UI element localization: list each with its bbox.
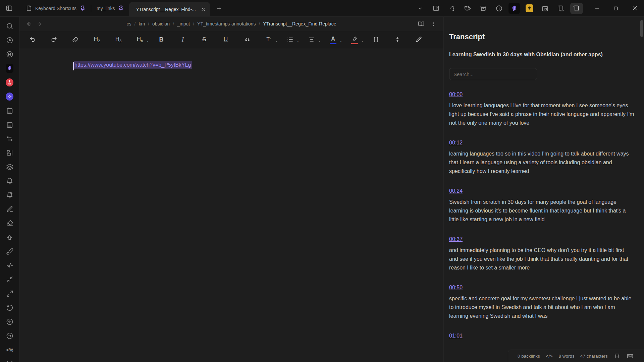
transcript-entry: 00:37 and immediately planning to be the… — [449, 236, 634, 272]
rotate-ccw-icon[interactable] — [6, 304, 13, 311]
breadcrumb-segment[interactable]: cs — [127, 21, 131, 26]
keyboard-icon[interactable] — [627, 352, 634, 360]
calendar-icon[interactable] — [6, 107, 13, 114]
transcript-search-input[interactable] — [449, 68, 537, 80]
bold-button[interactable]: B — [156, 34, 167, 45]
minimize-arrows-icon[interactable] — [6, 276, 13, 283]
m-circle-icon[interactable] — [6, 50, 13, 58]
scroll-icon[interactable] — [554, 3, 567, 14]
undo-button[interactable] — [27, 34, 38, 45]
timestamp-link[interactable]: 00:00 — [449, 91, 463, 98]
scrollbar-thumb[interactable] — [640, 20, 643, 37]
activity-icon[interactable] — [6, 261, 13, 269]
transcript-text: specific and concrete goal for my sweete… — [449, 294, 634, 320]
close-window-button[interactable] — [625, 0, 644, 17]
window-controls — [588, 0, 644, 17]
forward-button[interactable] — [34, 19, 44, 28]
maximize-button[interactable] — [606, 0, 625, 17]
pen-line-icon[interactable] — [6, 205, 13, 213]
youtube-link[interactable]: https://www.youtube.com/watch?v=b_P5yIBk… — [74, 61, 192, 69]
obsidian-gem-icon[interactable] — [508, 3, 520, 14]
timestamp-link[interactable]: 01:01 — [449, 333, 463, 339]
highlight-color-button[interactable]: ▾ — [349, 34, 360, 45]
underline-button[interactable]: U — [220, 34, 231, 45]
video-title: Learning Swedish in 30 days with Obsidia… — [449, 51, 629, 58]
align-button[interactable]: ▾ — [306, 34, 317, 45]
backlinks-count[interactable]: 0 backlinks — [518, 354, 540, 359]
heading-2-button[interactable]: H2 — [91, 34, 103, 45]
left-sidebar-toggle-icon[interactable] — [3, 3, 15, 14]
clear-formatting-button[interactable] — [70, 34, 81, 45]
editor-content[interactable]: https://www.youtube.com/watch?v=b_P5yIBk… — [19, 48, 443, 361]
fullscreen-brackets-button[interactable] — [370, 34, 382, 45]
pen-button[interactable] — [413, 34, 425, 45]
swap-arrows-icon[interactable] — [6, 135, 13, 142]
pin-icon[interactable] — [80, 5, 86, 11]
breadcrumb-current[interactable]: YTranscript__Regex_Find-Replace — [263, 21, 336, 26]
obsidian-gem-icon[interactable] — [6, 64, 13, 72]
heading-n-button[interactable]: Hn▾ — [134, 34, 146, 45]
search-icon[interactable] — [6, 22, 13, 30]
list-button[interactable]: ▾ — [284, 34, 296, 45]
timestamp-link[interactable]: 00:50 — [449, 284, 463, 291]
redo-button[interactable] — [48, 34, 60, 45]
timestamp-link[interactable]: 00:12 — [449, 139, 463, 146]
pin-icon[interactable] — [118, 5, 124, 11]
quote-button[interactable] — [241, 34, 253, 45]
close-icon[interactable] — [201, 7, 206, 12]
status-bar: 0 backlinks </> 8 words 47 characters — [508, 350, 644, 362]
calendar-clock-icon[interactable] — [539, 3, 551, 14]
breadcrumb-segment[interactable]: _input — [177, 21, 190, 26]
superscript-button[interactable]: T°▾ — [263, 34, 274, 45]
tab-ytranscript-active[interactable]: YTranscript__Regex_Find-... — [129, 2, 210, 17]
breadcrumb-segment[interactable]: YT_timestamps-annotations — [197, 21, 256, 26]
bell-plus-icon[interactable] — [6, 191, 13, 199]
tab-label: my_links — [97, 6, 115, 11]
arrow-big-up-icon[interactable] — [6, 233, 13, 241]
editing-toolbar: H2 H3 Hn▾ B I S U T°▾ ▾ ▾ A▾ ▾ — [19, 31, 443, 48]
tags-icon[interactable] — [461, 3, 474, 14]
back-button[interactable] — [24, 19, 34, 28]
link-arrow-icon[interactable] — [445, 3, 458, 14]
panel-right-icon[interactable] — [430, 3, 442, 14]
transcript-text: and immediately planning to be the CEO w… — [449, 246, 634, 272]
tweb-badge-icon[interactable]: Tweb — [6, 78, 13, 86]
arrow-right-circle-icon[interactable] — [6, 332, 13, 340]
maximize-arrows-icon[interactable] — [6, 290, 13, 297]
breadcrumb-segment[interactable]: obsidian — [152, 21, 170, 26]
strikethrough-button[interactable]: S — [199, 34, 210, 45]
panels-icon[interactable] — [6, 149, 13, 157]
new-tab-button[interactable] — [213, 3, 225, 14]
tab-my-links[interactable]: my_links — [91, 0, 129, 16]
record-icon[interactable] — [6, 36, 13, 44]
bowtie-icon[interactable] — [6, 360, 13, 362]
archive-status-icon[interactable] — [613, 352, 621, 360]
minimize-button[interactable] — [588, 0, 606, 17]
heading-3-button[interactable]: H3 — [113, 34, 124, 45]
italic-button[interactable]: I — [177, 34, 189, 45]
breadcrumb: cs/ km/ obsidian/ _input/ YT_timestamps-… — [127, 21, 336, 26]
eraser-icon[interactable] — [6, 219, 13, 227]
breadcrumb-segment[interactable]: km — [139, 21, 145, 26]
timestamp-link[interactable]: 00:37 — [449, 236, 463, 243]
tab-keyboard-shortcuts[interactable]: Keyboard Shortcuts — [21, 0, 91, 16]
scroll-icon-active[interactable] — [570, 3, 583, 14]
transcript-entry: 00:12 learning languages too so in this … — [449, 139, 634, 176]
note-bulb-icon[interactable] — [523, 3, 536, 14]
calendar-icon[interactable] — [6, 121, 13, 128]
code-icon[interactable]: </> — [546, 354, 553, 359]
reading-mode-icon[interactable] — [416, 19, 426, 28]
info-icon[interactable] — [493, 3, 505, 14]
bell-icon[interactable] — [6, 177, 13, 185]
font-color-button[interactable]: A▾ — [327, 34, 339, 45]
layers-icon[interactable] — [6, 163, 13, 171]
templater-icon[interactable]: <% — [6, 346, 13, 354]
shrink-button[interactable] — [392, 34, 403, 45]
brush-icon[interactable] — [6, 247, 13, 255]
chevron-down-icon[interactable] — [414, 3, 427, 14]
arrow-left-circle-icon[interactable] — [6, 318, 13, 325]
more-options-icon[interactable] — [429, 19, 439, 28]
clover-badge-icon[interactable] — [6, 93, 13, 100]
timestamp-link[interactable]: 00:24 — [449, 188, 463, 194]
archive-icon[interactable] — [477, 3, 490, 14]
